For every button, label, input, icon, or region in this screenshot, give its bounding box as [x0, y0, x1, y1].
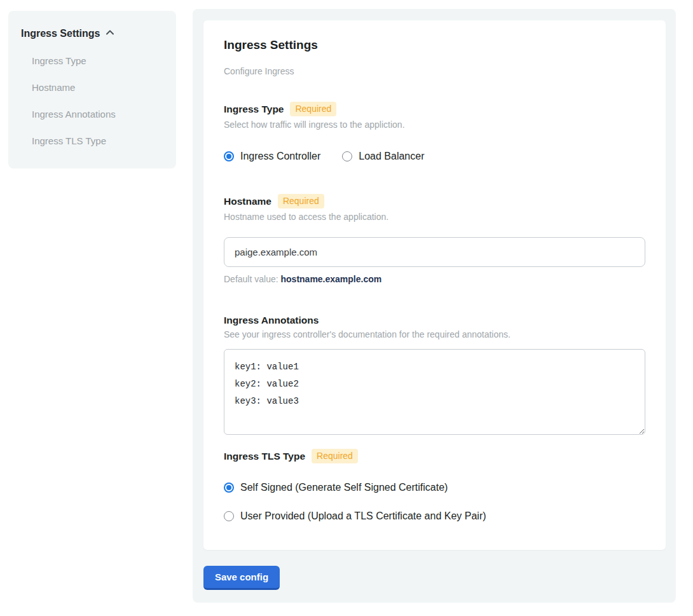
sidebar-item-ingress-annotations[interactable]: Ingress Annotations	[32, 109, 163, 120]
sidebar-section-title: Ingress Settings	[21, 28, 100, 39]
annotations-header: Ingress Annotations	[224, 315, 645, 326]
radio-selected-icon[interactable]	[224, 483, 234, 493]
sidebar-section-ingress-settings[interactable]: Ingress Settings	[21, 27, 163, 40]
tls-type-header: Ingress TLS Type Required	[224, 449, 645, 463]
annotations-label: Ingress Annotations	[224, 315, 319, 326]
sidebar-item-hostname[interactable]: Hostname	[32, 82, 163, 93]
radio-user-provided[interactable]: User Provided (Upload a TLS Certificate …	[224, 510, 645, 522]
radio-unselected-icon[interactable]	[342, 151, 352, 161]
ingress-settings-card: Ingress Settings Configure Ingress Ingre…	[203, 20, 666, 550]
hostname-description: Hostname used to access the application.	[224, 212, 645, 222]
sidebar-item-ingress-type[interactable]: Ingress Type	[32, 55, 163, 67]
page-subtitle: Configure Ingress	[224, 66, 645, 77]
radio-unselected-icon[interactable]	[224, 511, 234, 521]
hostname-label: Hostname	[224, 196, 271, 207]
radio-load-balancer[interactable]: Load Balancer	[342, 150, 424, 162]
hostname-input[interactable]	[224, 237, 645, 267]
radio-selected-icon[interactable]	[224, 151, 234, 161]
settings-sidebar: Ingress Settings Ingress Type Hostname I…	[8, 11, 176, 168]
required-badge: Required	[290, 102, 336, 116]
radio-user-provided-label: User Provided (Upload a TLS Certificate …	[240, 510, 486, 522]
settings-panel: Ingress Settings Configure Ingress Ingre…	[193, 9, 676, 603]
chevron-up-icon	[105, 27, 115, 40]
radio-self-signed-label: Self Signed (Generate Self Signed Certif…	[240, 481, 448, 493]
required-badge: Required	[312, 449, 358, 463]
page-title: Ingress Settings	[224, 38, 645, 52]
annotations-textarea[interactable]: key1: value1 key2: value2 key3: value3	[224, 349, 645, 435]
sidebar-item-ingress-tls-type[interactable]: Ingress TLS Type	[32, 135, 163, 147]
save-config-button[interactable]: Save config	[203, 566, 280, 590]
ingress-type-label: Ingress Type	[224, 104, 284, 115]
tls-type-label: Ingress TLS Type	[224, 451, 305, 462]
hostname-header: Hostname Required	[224, 194, 645, 209]
hostname-default-line: Default value: hostname.example.com	[224, 274, 645, 285]
required-badge: Required	[278, 194, 324, 209]
ingress-type-description: Select how traffic will ingress to the a…	[224, 120, 645, 130]
radio-load-balancer-label: Load Balancer	[359, 150, 424, 162]
radio-ingress-controller[interactable]: Ingress Controller	[224, 150, 320, 162]
radio-self-signed[interactable]: Self Signed (Generate Self Signed Certif…	[224, 481, 645, 493]
ingress-type-header: Ingress Type Required	[224, 102, 645, 116]
tls-type-radio-group: Self Signed (Generate Self Signed Certif…	[224, 481, 645, 522]
default-value-text: hostname.example.com	[281, 274, 382, 284]
ingress-type-radio-group: Ingress Controller Load Balancer	[224, 150, 645, 162]
sidebar-item-list: Ingress Type Hostname Ingress Annotation…	[21, 55, 163, 147]
radio-ingress-controller-label: Ingress Controller	[240, 150, 320, 162]
annotations-description: See your ingress controller's documentat…	[224, 329, 645, 340]
default-value-prefix: Default value:	[224, 274, 278, 284]
